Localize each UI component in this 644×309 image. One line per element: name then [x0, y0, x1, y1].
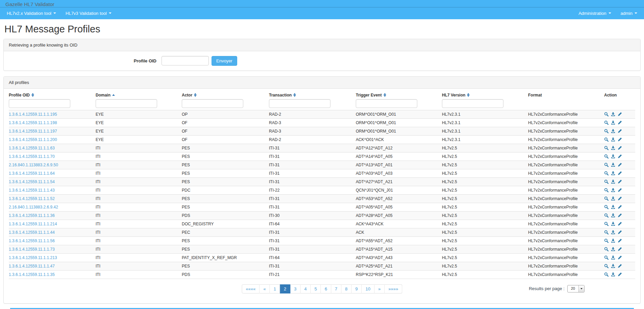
edit-icon[interactable] — [618, 255, 622, 260]
page-link[interactable]: 4 — [300, 285, 310, 293]
search-icon[interactable] — [604, 205, 609, 209]
profile-oid-link[interactable]: 1.3.6.1.4.12559.11.1.1.70 — [9, 154, 55, 159]
profile-oid-link[interactable]: 1.3.6.1.4.12559.11.1.1.35 — [9, 272, 55, 277]
sort-icon[interactable] — [383, 93, 386, 97]
search-icon[interactable] — [604, 112, 609, 116]
edit-icon[interactable] — [618, 146, 622, 150]
search-icon[interactable] — [604, 171, 609, 175]
filter-actor-input[interactable] — [182, 99, 243, 108]
page-8-button[interactable]: 8 — [341, 284, 351, 293]
search-icon[interactable] — [604, 264, 609, 268]
profile-oid-link[interactable]: 1.3.6.1.4.12559.11.1.1.198 — [9, 120, 57, 125]
page-4-button[interactable]: 4 — [300, 284, 311, 293]
edit-icon[interactable] — [618, 137, 622, 142]
prev-page-button[interactable]: « — [259, 284, 270, 293]
edit-icon[interactable] — [618, 188, 622, 192]
menu-hl7v2x-validation-tool[interactable]: HL7v2.x Validation tool — [2, 8, 61, 18]
search-icon[interactable] — [604, 213, 609, 218]
first-page-button[interactable]: «««« — [242, 284, 260, 293]
profile-oid-link[interactable]: 1.3.6.1.4.12559.11.1.1.200 — [9, 137, 57, 142]
search-icon[interactable] — [604, 154, 609, 159]
page-link[interactable]: «««« — [242, 285, 259, 293]
profile-oid-link[interactable]: 1.3.6.1.4.12559.11.1.1.52 — [9, 196, 55, 201]
filter-profile-oid-input[interactable] — [9, 99, 70, 108]
download-icon[interactable] — [611, 264, 615, 268]
filter-trigger-event-input[interactable] — [356, 99, 417, 108]
page-9-button[interactable]: 9 — [352, 284, 362, 293]
edit-icon[interactable] — [618, 171, 622, 175]
download-icon[interactable] — [611, 213, 615, 218]
edit-icon[interactable] — [618, 222, 622, 226]
edit-icon[interactable] — [618, 129, 622, 133]
page-link[interactable]: »»»» — [385, 285, 402, 293]
edit-icon[interactable] — [618, 112, 622, 116]
edit-icon[interactable] — [618, 264, 622, 268]
edit-icon[interactable] — [618, 238, 622, 243]
menu-administration[interactable]: Administration — [574, 8, 616, 18]
menu-admin-user[interactable]: admin — [616, 8, 642, 18]
search-icon[interactable] — [604, 222, 609, 226]
profile-oid-link[interactable]: 1.3.6.1.4.12559.11.1.1.43 — [9, 188, 55, 193]
profile-oid-link[interactable]: 1.3.6.1.4.12559.11.1.1.36 — [9, 213, 55, 218]
column-header-profile-oid[interactable]: Profile OID — [9, 91, 96, 98]
sort-asc-icon[interactable] — [112, 94, 115, 96]
download-icon[interactable] — [611, 222, 615, 226]
profile-oid-link[interactable]: 1.3.6.1.4.12559.11.1.1.47 — [9, 264, 55, 269]
page-link[interactable]: 3 — [290, 285, 300, 293]
edit-icon[interactable] — [618, 272, 622, 277]
edit-icon[interactable] — [618, 154, 622, 159]
page-link[interactable]: 6 — [321, 285, 331, 293]
envoyer-button[interactable]: Envoyer — [212, 56, 237, 66]
profile-oid-link[interactable]: 1.3.6.1.4.12559.11.1.1.44 — [9, 230, 55, 235]
page-link[interactable]: 2 — [280, 285, 290, 293]
download-icon[interactable] — [611, 230, 615, 234]
column-header-actor[interactable]: Actor — [182, 91, 269, 98]
profile-oid-input[interactable] — [162, 56, 209, 65]
search-icon[interactable] — [604, 196, 609, 201]
download-icon[interactable] — [611, 154, 615, 159]
page-3-button[interactable]: 3 — [290, 284, 300, 293]
download-icon[interactable] — [611, 146, 615, 150]
sort-icon[interactable] — [293, 93, 296, 97]
edit-icon[interactable] — [618, 213, 622, 218]
last-page-button[interactable]: »»»» — [385, 284, 402, 293]
profile-oid-link[interactable]: 2.16.840.1.113883.2.6.9.42 — [9, 205, 58, 209]
page-link[interactable]: 5 — [311, 285, 321, 293]
download-icon[interactable] — [611, 196, 615, 201]
edit-icon[interactable] — [618, 196, 622, 201]
download-icon[interactable] — [611, 179, 615, 184]
search-icon[interactable] — [604, 179, 609, 184]
app-brand[interactable]: Gazelle HL7 Validator — [5, 1, 54, 7]
page-7-button[interactable]: 7 — [331, 284, 341, 293]
download-icon[interactable] — [611, 137, 615, 142]
sort-icon[interactable] — [467, 93, 470, 97]
page-1-button[interactable]: 1 — [270, 284, 280, 293]
profile-oid-link[interactable]: 1.3.6.1.4.12559.11.1.1.197 — [9, 129, 57, 134]
filter-transaction-input[interactable] — [269, 99, 330, 108]
edit-icon[interactable] — [618, 179, 622, 184]
download-icon[interactable] — [611, 255, 615, 260]
page-link[interactable]: 8 — [341, 285, 351, 293]
page-link[interactable]: 9 — [352, 285, 362, 293]
download-icon[interactable] — [611, 272, 615, 277]
page-2-button[interactable]: 2 — [280, 284, 290, 293]
profile-oid-link[interactable]: 2.16.840.1.113883.2.6.9.50 — [9, 163, 58, 167]
download-icon[interactable] — [611, 112, 615, 116]
results-per-page-select[interactable]: 20 — [567, 285, 585, 292]
profile-oid-link[interactable]: 1.3.6.1.4.12559.11.1.1.195 — [9, 112, 57, 117]
page-10-button[interactable]: 10 — [362, 284, 374, 293]
search-icon[interactable] — [604, 129, 609, 133]
search-icon[interactable] — [604, 146, 609, 150]
sort-icon[interactable] — [194, 93, 197, 97]
search-icon[interactable] — [604, 238, 609, 243]
search-icon[interactable] — [604, 255, 609, 260]
column-header-trigger-event[interactable]: Trigger Event — [356, 91, 442, 98]
edit-icon[interactable] — [618, 163, 622, 167]
profile-oid-link[interactable]: 1.3.6.1.4.12559.11.1.1.64 — [9, 171, 55, 176]
download-icon[interactable] — [611, 129, 615, 133]
page-link[interactable]: 10 — [362, 285, 374, 293]
search-icon[interactable] — [604, 120, 609, 125]
edit-icon[interactable] — [618, 205, 622, 209]
download-icon[interactable] — [611, 188, 615, 192]
profile-oid-link[interactable]: 1.3.6.1.4.12559.11.1.1.56 — [9, 238, 55, 243]
